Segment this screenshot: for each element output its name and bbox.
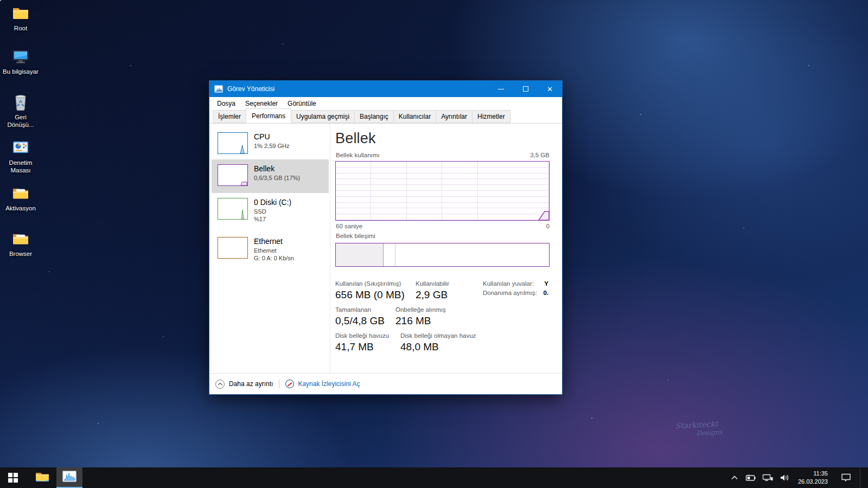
desktop-icon-label: Aktivasyon xyxy=(5,204,36,212)
chevron-up-icon xyxy=(215,380,225,389)
footer-divider xyxy=(279,380,279,388)
desktop-icon-recycle-bin[interactable]: Geri Dönüşü... xyxy=(0,92,41,129)
stat-committed: Tamamlanan 0,5/4,8 GB xyxy=(335,306,395,327)
usage-chart-caption: Bellek kullanımı 3,5 GB xyxy=(336,152,550,158)
desktop-wallpaper: Starkiteckt Designs Root Bu bilgisayar G… xyxy=(0,0,868,488)
tray-volume-icon[interactable] xyxy=(780,474,789,481)
system-tray: 11:35 26.03.2023 xyxy=(731,467,868,488)
computer-icon xyxy=(11,47,30,66)
stats-row-1: Kullanılan (Sıkıştırılmış) 656 MB (0 MB)… xyxy=(335,280,482,301)
cpu-mini-graph xyxy=(218,132,248,154)
fewer-details-button[interactable]: Daha az ayrıntı xyxy=(215,380,273,389)
stat-paged-pool: Disk belleği havuzu 41,7 MB xyxy=(335,332,400,353)
menu-goruntule[interactable]: Görüntüle xyxy=(283,98,321,109)
usage-chart-axis: 60 saniye 0 xyxy=(336,223,550,229)
performance-pane: CPU 1% 2,59 GHz Bellek 0,6/3,5 GB (17%) xyxy=(209,124,562,373)
sidebar-disk-detail: SSD xyxy=(254,208,291,216)
composition-in-use-segment xyxy=(336,243,384,266)
composition-modified-segment xyxy=(384,243,395,266)
memory-usage-chart xyxy=(335,161,550,221)
tab-baslangic[interactable]: Başlangıç xyxy=(354,110,394,123)
tab-uygulama-gecmisi[interactable]: Uygulama geçmişi xyxy=(291,110,355,123)
fewer-details-label: Daha az ayrıntı xyxy=(229,380,273,388)
memory-composition-bar xyxy=(335,243,550,267)
sidebar-bellek-detail: 0,6/3,5 GB (17%) xyxy=(254,174,300,182)
desktop-icon-label: Denetim Masası xyxy=(1,159,41,175)
sidebar-item-bellek[interactable]: Bellek 0,6/3,5 GB (17%) xyxy=(212,159,329,193)
menu-bar: Dosya Seçenekler Görüntüle xyxy=(209,97,562,110)
tray-power-icon[interactable] xyxy=(745,474,756,481)
taskbar: 11:35 26.03.2023 xyxy=(0,467,868,488)
sidebar-item-cpu[interactable]: CPU 1% 2,59 GHz xyxy=(212,127,329,159)
show-desktop-strip[interactable] xyxy=(860,467,860,488)
disk-mini-graph xyxy=(218,198,248,220)
tray-network-icon[interactable] xyxy=(762,474,773,481)
clock-date: 26.03.2023 xyxy=(798,478,828,486)
window-footer: Daha az ayrıntı Kaynak İzleyicisini Aç xyxy=(209,373,562,394)
tray-chevron-up-icon[interactable] xyxy=(731,475,738,480)
menu-secenekler[interactable]: Seçenekler xyxy=(240,98,283,109)
resource-monitor-label: Kaynak İzleyicisini Aç xyxy=(298,380,360,388)
sidebar-cpu-name: CPU xyxy=(254,132,289,142)
panel-title: Bellek xyxy=(335,130,376,147)
close-button[interactable]: ✕ xyxy=(538,81,562,97)
side-stat-hardware-reserved: Donanıma ayrılmış: 0. xyxy=(483,290,548,296)
desktop-icon-label: Root xyxy=(14,24,27,32)
sidebar-bellek-name: Bellek xyxy=(254,164,300,174)
start-button[interactable] xyxy=(0,467,26,488)
stat-available: Kullanılabilir 2,9 GB xyxy=(416,280,449,301)
usage-chart-max: 3,5 GB xyxy=(530,152,550,158)
open-resource-monitor-link[interactable]: Kaynak İzleyicisini Aç xyxy=(285,380,360,388)
taskbar-clock[interactable]: 11:35 26.03.2023 xyxy=(796,470,830,486)
desktop-icon-label: Bu bilgisayar xyxy=(3,68,39,75)
taskbar-file-explorer[interactable] xyxy=(29,467,55,488)
maximize-button[interactable] xyxy=(513,81,538,97)
control-panel-icon xyxy=(11,138,30,157)
tab-ayrintilar[interactable]: Ayrıntılar xyxy=(436,110,473,123)
sidebar-cpu-detail: 1% 2,59 GHz xyxy=(254,142,289,150)
clock-time: 11:35 xyxy=(798,470,828,478)
folder-doc-icon xyxy=(11,183,30,203)
desktop-icon-aktivasyon[interactable]: Aktivasyon xyxy=(0,183,41,212)
desktop-icon-browser[interactable]: Browser xyxy=(0,229,41,258)
sidebar-item-disk[interactable]: 0 Diski (C:) SSD %17 xyxy=(212,193,329,232)
sidebar-disk-detail2: %17 xyxy=(254,215,291,223)
windows-logo-icon xyxy=(8,473,18,483)
taskbar-task-manager[interactable] xyxy=(56,467,82,488)
window-title: Görev Yöneticisi xyxy=(227,85,275,93)
side-stat-slots: Kullanılan yuvalar: Y xyxy=(483,280,548,287)
close-icon: ✕ xyxy=(547,86,553,93)
maximize-icon xyxy=(523,86,528,92)
task-manager-window: Görev Yöneticisi ✕ Dosya Seçenekler Görü… xyxy=(209,80,563,395)
composition-label: Bellek bileşimi xyxy=(336,233,375,239)
recycle-bin-icon xyxy=(11,92,30,112)
desktop-icon-root[interactable]: Root xyxy=(0,3,41,32)
action-center-icon[interactable] xyxy=(841,473,851,482)
desktop-icon-label: Geri Dönüşü... xyxy=(1,113,41,129)
tab-kullanicilar[interactable]: Kullanıcılar xyxy=(393,110,436,123)
signature-line2: Designs xyxy=(696,428,723,438)
memory-side-stats: Kullanılan yuvalar: Y Donanıma ayrılmış:… xyxy=(483,280,548,299)
minimize-button[interactable] xyxy=(489,81,513,97)
task-manager-icon xyxy=(62,471,76,484)
resource-monitor-icon xyxy=(285,380,294,388)
desktop-icon-label: Browser xyxy=(9,250,32,258)
menu-dosya[interactable]: Dosya xyxy=(212,98,240,109)
desktop-icon-this-pc[interactable]: Bu bilgisayar xyxy=(0,47,41,75)
task-manager-app-icon xyxy=(214,85,223,93)
sidebar-bellek-text: Bellek 0,6/3,5 GB (17%) xyxy=(254,164,300,193)
tab-islemler[interactable]: İşlemler xyxy=(213,110,246,123)
ethernet-mini-graph xyxy=(218,237,248,259)
sidebar-item-ethernet[interactable]: Ethernet Ethernet G: 0 A: 0 Kb/sn xyxy=(212,232,329,271)
desktop-icon-control-panel[interactable]: Denetim Masası xyxy=(0,138,41,175)
sidebar-disk-name: 0 Diski (C:) xyxy=(254,198,291,208)
tab-hizmetler[interactable]: Hizmetler xyxy=(472,110,510,123)
folder-doc-icon xyxy=(11,229,30,248)
window-titlebar[interactable]: Görev Yöneticisi ✕ xyxy=(209,81,562,97)
sidebar-ethernet-text: Ethernet Ethernet G: 0 A: 0 Kb/sn xyxy=(254,237,294,271)
memory-mini-graph xyxy=(218,164,248,186)
pane-splitter xyxy=(330,124,330,373)
tab-strip: İşlemler Performans Uygulama geçmişi Baş… xyxy=(209,110,562,124)
tab-performans[interactable]: Performans xyxy=(246,108,291,123)
memory-usage-series xyxy=(336,162,549,220)
